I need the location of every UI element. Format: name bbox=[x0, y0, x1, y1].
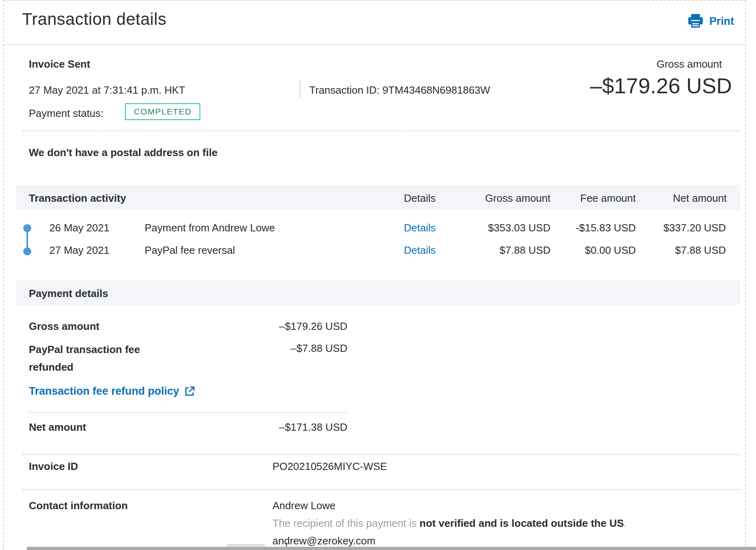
policy-divider bbox=[29, 412, 347, 413]
gross-amount-label: Gross amount bbox=[657, 58, 722, 70]
postal-address-note: We don't have a postal address on file bbox=[29, 147, 218, 159]
print-label: Print bbox=[709, 15, 734, 28]
external-link-icon bbox=[184, 386, 195, 397]
print-icon bbox=[687, 13, 704, 30]
page-border-left bbox=[3, 0, 4, 550]
timeline-dot bbox=[23, 247, 31, 255]
transaction-id: Transaction ID: 9TM43468N6981863W bbox=[309, 84, 490, 96]
contact-verification-note: The recipient of this payment is not ver… bbox=[272, 517, 627, 530]
contact-info-label: Contact information bbox=[29, 500, 128, 512]
pd-fee-value: –$7.88 USD bbox=[227, 342, 347, 355]
gross-amount-value: –$179.26 USD bbox=[590, 73, 732, 98]
column-header-net: Net amount bbox=[606, 192, 727, 205]
payment-details-band bbox=[16, 280, 740, 305]
header-divider bbox=[4, 44, 745, 45]
activity-row-net: $337.20 USD bbox=[606, 222, 726, 234]
vertical-divider bbox=[300, 81, 300, 98]
note-suffix: . bbox=[624, 517, 627, 529]
page-border-right bbox=[745, 0, 746, 550]
invoice-id-value: PO20210526MIYC-WSE bbox=[272, 460, 387, 473]
transaction-details-page: Transaction details Print Invoice Sent G… bbox=[0, 0, 756, 550]
invoice-id-divider bbox=[22, 489, 740, 490]
invoice-status-heading: Invoice Sent bbox=[29, 58, 90, 70]
pd-net-value: –$171.38 USD bbox=[227, 421, 347, 434]
invoice-id-label: Invoice ID bbox=[29, 460, 78, 473]
print-button[interactable]: Print bbox=[687, 13, 734, 30]
pd-gross-value: –$179.26 USD bbox=[227, 320, 347, 333]
status-badge: COMPLETED bbox=[125, 103, 200, 120]
contact-name: Andrew Lowe bbox=[272, 500, 336, 512]
activity-row-name: Payment from Andrew Lowe bbox=[145, 222, 275, 234]
timeline-dot bbox=[23, 224, 31, 232]
cutoff-section-edge bbox=[27, 547, 756, 550]
fee-refund-policy-link[interactable]: Transaction fee refund policy bbox=[29, 385, 195, 397]
activity-row-date: 27 May 2021 bbox=[49, 244, 109, 257]
pd-net-label: Net amount bbox=[29, 421, 86, 434]
note-bold: not verified and is located outside the … bbox=[419, 517, 624, 529]
pd-fee-label: PayPal transaction fee refunded bbox=[29, 341, 169, 376]
activity-row-name: PayPal fee reversal bbox=[145, 244, 235, 257]
activity-row-date: 26 May 2021 bbox=[49, 222, 109, 234]
payment-status-label: Payment status: bbox=[29, 107, 103, 120]
transaction-date: 27 May 2021 at 7:31:41 p.m. HKT bbox=[29, 84, 185, 96]
page-title: Transaction details bbox=[22, 10, 166, 29]
payment-details-title: Payment details bbox=[29, 287, 108, 300]
pd-gross-label: Gross amount bbox=[29, 320, 99, 333]
fee-refund-policy-label: Transaction fee refund policy bbox=[29, 385, 179, 397]
contact-email: andrew@zerokey.com bbox=[272, 535, 375, 547]
page-border-top bbox=[3, 0, 746, 1]
activity-row-net: $7.88 USD bbox=[606, 244, 726, 257]
note-prefix: The recipient of this payment is bbox=[272, 517, 419, 529]
net-divider bbox=[22, 454, 740, 455]
activity-title: Transaction activity bbox=[29, 192, 126, 205]
invoice-divider bbox=[22, 130, 740, 131]
